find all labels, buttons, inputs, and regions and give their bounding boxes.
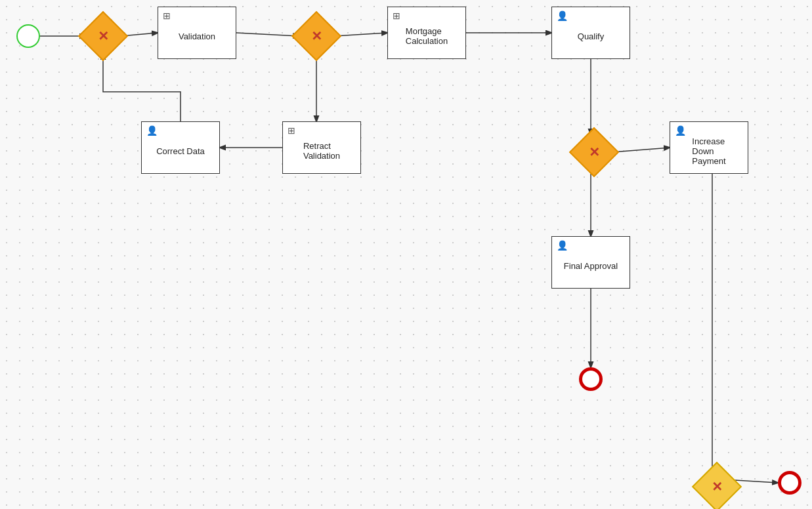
gateway-2-icon: ✕ — [311, 28, 322, 44]
gateway-4-icon: ✕ — [712, 479, 723, 495]
table-icon: ⊞ — [163, 10, 171, 21]
svg-line-8 — [612, 148, 670, 152]
gateway-3: ✕ — [576, 134, 612, 170]
svg-line-2 — [236, 33, 299, 36]
validation-task[interactable]: ⊞ Validation — [158, 7, 236, 59]
retract-validation-task[interactable]: ⊞ RetractValidation — [282, 121, 361, 174]
table-icon-3: ⊞ — [288, 125, 295, 136]
start-event — [16, 24, 40, 48]
gateway-1-icon: ✕ — [98, 28, 109, 44]
svg-line-12 — [735, 480, 778, 483]
svg-line-3 — [334, 33, 387, 36]
mortgage-calc-task[interactable]: ⊞ MortgageCalculation — [387, 7, 466, 59]
gateway-4: ✕ — [699, 469, 735, 504]
person-icon-qualify: 👤 — [557, 10, 568, 21]
increase-down-payment-task[interactable]: 👤 IncreaseDownPayment — [670, 121, 748, 174]
person-icon-increase: 👤 — [675, 125, 686, 136]
end-event-2 — [778, 471, 801, 495]
gateway-3-icon: ✕ — [589, 144, 600, 160]
person-icon-final: 👤 — [557, 240, 568, 251]
table-icon-2: ⊞ — [393, 10, 400, 21]
qualify-task[interactable]: 👤 Qualify — [551, 7, 630, 59]
diagram-canvas: ✕ ⊞ Validation ✕ ⊞ MortgageCalculation 👤… — [0, 0, 812, 509]
person-icon-correct: 👤 — [146, 125, 158, 136]
end-event-1 — [579, 367, 603, 391]
final-approval-task[interactable]: 👤 Final Approval — [551, 236, 630, 289]
gateway-2: ✕ — [299, 18, 334, 54]
gateway-1: ✕ — [85, 18, 121, 54]
correct-data-task[interactable]: 👤 Correct Data — [141, 121, 220, 174]
